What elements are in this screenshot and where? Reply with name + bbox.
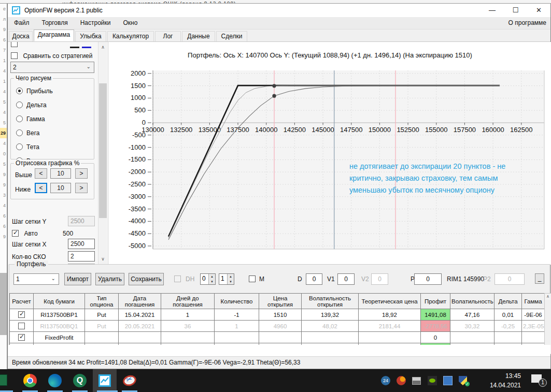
tab-6[interactable]: Сделки: [216, 31, 247, 41]
above-value-input[interactable]: 10: [50, 168, 71, 179]
defender-icon[interactable]: ✓: [459, 376, 468, 385]
menu-item-2[interactable]: Настройки: [74, 17, 117, 28]
nvidia-icon[interactable]: [428, 376, 437, 385]
close-button[interactable]: ✕: [527, 4, 550, 17]
column-header-7[interactable]: Волатильность открытия: [302, 294, 359, 309]
p1-input[interactable]: 0: [414, 273, 442, 285]
save-button[interactable]: Сохранить: [129, 273, 164, 285]
below-decrement-button[interactable]: <: [35, 183, 47, 193]
profit-chart[interactable]: -5000-4500-4000-3500-3000-2500-2000-1500…: [108, 65, 551, 265]
taskbar-app-optionfw-icon[interactable]: [96, 372, 113, 389]
column-header-2[interactable]: Тип опциона: [85, 294, 119, 309]
column-header-6[interactable]: Цена открытия: [259, 294, 302, 309]
column-header-10[interactable]: Волатильность: [450, 294, 495, 309]
maximize-button[interactable]: ☐: [504, 4, 527, 17]
spin-up-icon[interactable]: ▲: [208, 274, 215, 279]
radio-option-4[interactable]: Тета: [16, 142, 53, 151]
above-increment-button[interactable]: >: [75, 168, 88, 179]
clipped-checkbox[interactable]: [11, 42, 18, 47]
menu-item-0[interactable]: Файл: [8, 17, 36, 28]
tab-5[interactable]: Данные: [182, 31, 215, 41]
desktop: информационно-торговая система QUIK (вер…: [0, 0, 551, 392]
blue-app-icon[interactable]: [443, 376, 453, 385]
below-increment-button[interactable]: >: [75, 183, 88, 193]
column-header-11[interactable]: Дельта: [495, 294, 522, 309]
minimize-button[interactable]: —: [481, 4, 504, 17]
radio-icon[interactable]: [16, 101, 23, 108]
collapse-button[interactable]: _: [535, 273, 544, 284]
dh-checkbox[interactable]: [174, 275, 181, 282]
p2-input[interactable]: 0: [495, 273, 525, 285]
scroll-down-icon[interactable]: ∨: [98, 255, 107, 264]
menu-about[interactable]: О программе: [508, 19, 546, 26]
compare-strategy-row[interactable]: Сравнить со стратегией: [11, 51, 92, 60]
auto-checkbox[interactable]: [12, 230, 19, 237]
radio-option-2[interactable]: Гамма: [16, 114, 53, 123]
tab-2[interactable]: Улыбка: [75, 31, 106, 41]
taskbar-clock[interactable]: 13:45 14.04.2021: [490, 371, 521, 390]
ccleaner-icon[interactable]: [397, 376, 406, 385]
scroll-up-icon[interactable]: ∧: [98, 43, 107, 52]
notification-icon[interactable]: 1: [531, 374, 544, 385]
rdp-window-icon[interactable]: [412, 376, 421, 385]
taskbar-app-excel-icon[interactable]: [0, 372, 13, 389]
svg-text:-4000: -4000: [129, 217, 146, 225]
spin-down-icon[interactable]: ▼: [227, 279, 234, 284]
radio-option-1[interactable]: Дельта: [16, 100, 53, 109]
column-header-4[interactable]: Дней до погашения: [161, 294, 215, 309]
spinner-1[interactable]: 0 ▲ ▼: [200, 273, 216, 285]
m-checkbox[interactable]: [249, 275, 256, 282]
taskbar-app-snipping-icon[interactable]: ✂: [121, 372, 138, 389]
row-calc-checkbox[interactable]: [18, 311, 25, 318]
d-input[interactable]: 0: [306, 273, 322, 285]
radio-option-3[interactable]: Вега: [16, 128, 53, 137]
taskbar-app-chrome-icon[interactable]: [22, 372, 38, 389]
auto-row[interactable]: Авто 500: [12, 228, 73, 238]
table-row-2[interactable]: FixedProfit0: [10, 332, 545, 343]
strategy-select[interactable]: 2 ⌄: [10, 62, 94, 73]
table-row-0[interactable]: RI137500BP1Put15.04.20211-11510139,3218,…: [10, 309, 545, 321]
v2-input[interactable]: 0: [371, 273, 388, 285]
sidebar-scrollbar[interactable]: ∧ ∨: [98, 42, 107, 265]
portfolio-select[interactable]: 1 ⌄: [13, 273, 59, 285]
column-header-5[interactable]: Количество: [215, 294, 259, 309]
taskbar-app-quik-icon[interactable]: Q: [72, 372, 88, 389]
import-button[interactable]: Импорт: [64, 273, 91, 285]
grid-y-input[interactable]: 2500: [68, 216, 95, 226]
radio-icon[interactable]: [16, 143, 23, 150]
tab-4[interactable]: Лог: [155, 31, 181, 41]
tab-1[interactable]: Диаграмма: [34, 30, 74, 41]
radio-option-0[interactable]: Прибыль: [16, 86, 53, 95]
tray-24-icon[interactable]: 24: [381, 376, 390, 385]
column-header-3[interactable]: Дата погашения: [119, 294, 161, 309]
menu-item-3[interactable]: Окно: [117, 17, 144, 28]
column-header-1[interactable]: Код бумаги: [34, 294, 85, 309]
column-header-0[interactable]: Расчет: [10, 294, 34, 309]
above-decrement-button[interactable]: <: [35, 168, 47, 179]
v1-input[interactable]: 0: [337, 273, 355, 285]
column-header-9[interactable]: Профит: [421, 294, 450, 309]
column-header-12[interactable]: Гамма: [522, 294, 545, 309]
tab-0[interactable]: Доска: [9, 31, 33, 41]
menu-item-1[interactable]: Торговля: [36, 17, 74, 28]
spinner-2[interactable]: 1 ▲ ▼: [219, 273, 234, 285]
taskbar-app-edge-icon[interactable]: [47, 372, 63, 389]
sko-input[interactable]: 2: [68, 251, 95, 262]
spin-down-icon[interactable]: ▼: [208, 279, 215, 284]
radio-icon[interactable]: [16, 88, 23, 94]
scroll-up-icon[interactable]: ∧: [545, 294, 551, 300]
titlebar[interactable]: OptionFW версия 2.1 public — ☐ ✕: [8, 4, 550, 17]
scrollbar-thumb[interactable]: [99, 83, 107, 218]
grid-x-input[interactable]: 2500: [68, 239, 95, 249]
radio-icon[interactable]: [16, 115, 23, 122]
below-value-input[interactable]: 10: [50, 183, 71, 193]
tab-3[interactable]: Калькулятор: [107, 31, 154, 41]
row-calc-checkbox[interactable]: [18, 334, 25, 341]
table-row-1[interactable]: RI137500BQ1Put20.05.2021361496048,022181…: [10, 321, 545, 332]
radio-icon[interactable]: [16, 129, 23, 136]
delete-button[interactable]: Удалить: [95, 273, 124, 285]
column-header-8[interactable]: Теоретическая цена: [359, 294, 421, 309]
spin-up-icon[interactable]: ▲: [227, 274, 234, 279]
row-calc-checkbox[interactable]: [18, 323, 25, 329]
compare-strategy-checkbox[interactable]: [11, 52, 18, 59]
